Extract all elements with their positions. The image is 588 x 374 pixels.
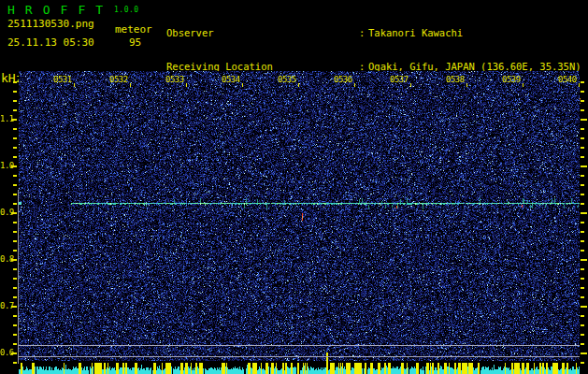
freq-minor-tick-left (13, 315, 17, 317)
freq-minor-tick-left (13, 240, 17, 242)
freq-minor-tick-right (581, 231, 584, 233)
freq-minor-tick-right (581, 100, 584, 102)
freq-minor-tick-right (581, 343, 584, 345)
time-tick-label: 0534 (222, 75, 240, 84)
time-tick-mark (354, 83, 355, 87)
freq-major-tick-left (11, 352, 17, 354)
freq-minor-tick-left (13, 343, 17, 345)
time-tick-mark (242, 83, 243, 87)
time-tick-label: 0538 (446, 75, 465, 84)
freq-minor-tick-left (13, 268, 17, 270)
freq-minor-tick-right (581, 109, 584, 111)
freq-minor-tick-right (581, 250, 584, 252)
freq-minor-tick-left (13, 362, 17, 364)
freq-minor-tick-left (13, 296, 17, 298)
time-tick-mark (186, 83, 187, 87)
freq-minor-tick-right (581, 91, 584, 93)
freq-minor-tick-left (13, 100, 17, 102)
time-tick-mark (579, 83, 580, 87)
app-title: H R O F F T (7, 3, 105, 17)
echo-count: 95 (129, 36, 141, 49)
spectrogram-area: 0531053205330534053505360537053805390540 (19, 71, 580, 374)
freq-minor-tick-left (13, 128, 17, 130)
freq-minor-tick-left (13, 109, 17, 111)
freq-minor-tick-left (13, 222, 17, 223)
freq-minor-tick-right (581, 184, 584, 186)
time-tick-mark (298, 83, 299, 87)
freq-major-tick-right (581, 352, 587, 354)
freq-minor-tick-left (13, 156, 17, 158)
freq-minor-tick-left (13, 194, 17, 195)
colon-separator: : (359, 27, 368, 38)
freq-major-tick-left (11, 306, 17, 308)
freq-major-tick-right (581, 119, 587, 121)
observation-mode-label: meteor (115, 23, 152, 36)
freq-minor-tick-left (13, 147, 17, 149)
freq-minor-tick-right (581, 334, 584, 336)
freq-minor-tick-right (581, 324, 584, 326)
freq-major-tick-left (11, 165, 17, 167)
freq-minor-tick-right (581, 287, 584, 289)
freq-minor-tick-left (13, 287, 17, 289)
freq-minor-tick-left (13, 231, 17, 233)
freq-major-tick-right (581, 306, 587, 308)
freq-minor-tick-right (581, 81, 584, 83)
level-divider-line-upper (19, 345, 580, 346)
freq-minor-tick-right (581, 222, 584, 223)
freq-minor-tick-right (581, 203, 584, 205)
time-tick-mark (523, 83, 523, 87)
freq-major-tick-right (581, 212, 587, 214)
freq-minor-tick-left (13, 324, 17, 326)
freq-major-tick-right (581, 259, 587, 261)
time-tick-label: 0531 (53, 75, 72, 84)
hrofft-window: H R O F F T 1.0.0 2511130530.png meteor … (0, 0, 588, 374)
capture-datetime: 25.11.13 05:30 (7, 36, 94, 49)
time-tick-mark (130, 83, 131, 87)
time-tick-label: 0540 (558, 75, 577, 84)
freq-minor-tick-left (13, 91, 17, 93)
freq-minor-tick-left (13, 175, 17, 177)
freq-minor-tick-left (13, 250, 17, 252)
plot-left-edge-line (18, 190, 19, 364)
freq-major-tick-left (11, 119, 17, 121)
freq-minor-tick-right (581, 268, 584, 270)
station-label: Observer (166, 27, 359, 38)
freq-minor-tick-left (13, 278, 17, 280)
time-tick-label: 0539 (502, 75, 521, 84)
freq-minor-tick-left (13, 81, 17, 83)
freq-minor-tick-right (581, 315, 584, 317)
freq-major-tick-right (581, 165, 587, 167)
time-tick-label: 0536 (334, 75, 352, 84)
freq-minor-tick-right (581, 128, 584, 130)
freq-minor-tick-left (13, 137, 17, 139)
level-divider-line-lower (19, 356, 580, 357)
freq-minor-tick-left (13, 334, 17, 336)
time-tick-label: 0537 (390, 75, 409, 84)
freq-minor-tick-left (13, 184, 17, 186)
spectrogram-canvas (19, 71, 580, 374)
station-value: Takanori Kawachi (368, 27, 463, 38)
freq-minor-tick-right (581, 296, 584, 298)
time-tick-mark (466, 83, 467, 87)
freq-minor-tick-right (581, 278, 584, 280)
freq-major-tick-left (11, 259, 17, 261)
time-tick-mark (410, 83, 411, 87)
capture-filename: 2511130530.png (7, 18, 94, 30)
time-tick-label: 0535 (278, 75, 296, 84)
freq-minor-tick-right (581, 137, 584, 139)
station-row-observer: Observer:Takanori Kawachi (166, 27, 581, 38)
app-version: 1.0.0 (114, 6, 139, 14)
freq-major-tick-left (11, 212, 17, 214)
freq-minor-tick-right (581, 147, 584, 149)
freq-minor-tick-right (581, 362, 584, 364)
time-tick-label: 0533 (165, 75, 184, 84)
freq-minor-tick-right (581, 175, 584, 177)
freq-minor-tick-right (581, 194, 584, 195)
freq-minor-tick-left (13, 203, 17, 205)
time-tick-label: 0532 (109, 75, 128, 84)
freq-minor-tick-right (581, 156, 584, 158)
time-tick-mark (74, 83, 75, 87)
freq-minor-tick-right (581, 240, 584, 242)
